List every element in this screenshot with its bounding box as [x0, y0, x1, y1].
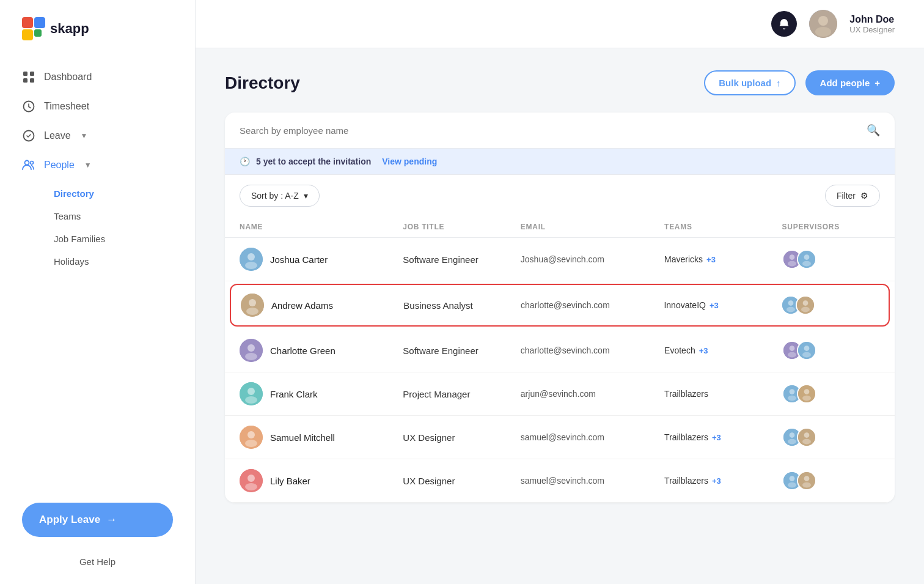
team-plus-badge: +3: [710, 301, 719, 310]
team-name: Trailblazers: [664, 476, 708, 486]
bulk-upload-button[interactable]: Bulk upload ↑: [704, 70, 795, 95]
filter-icon: ⚙: [860, 191, 868, 201]
table-row[interactable]: Andrew Adams Business Analyst charlotte@…: [230, 284, 890, 327]
team-plus-badge: +3: [699, 346, 708, 355]
employee-avatar: [240, 339, 263, 362]
svg-point-11: [31, 161, 34, 164]
employee-name: Frank Clark: [270, 389, 318, 399]
employee-name: Charlotte Green: [270, 346, 336, 356]
add-people-label: Add people: [820, 78, 870, 88]
clock-icon: [22, 100, 35, 113]
team-name: Evotech: [664, 346, 695, 355]
col-email: EMAIL: [521, 223, 664, 231]
svg-rect-6: [23, 78, 28, 83]
grid-icon: [22, 70, 35, 84]
user-role: UX Designer: [849, 25, 895, 34]
supervisors-cell: [782, 249, 880, 269]
svg-point-32: [801, 307, 810, 312]
sidebar-item-dashboard[interactable]: Dashboard: [0, 62, 195, 92]
svg-point-19: [789, 254, 794, 260]
sidebar-item-people[interactable]: People ▼: [0, 150, 195, 180]
email-cell: arjun@sevinch.com: [521, 389, 664, 399]
employee-name: Samuel Mitchell: [270, 432, 335, 443]
svg-point-65: [788, 482, 796, 488]
supervisors-cell: [781, 295, 879, 315]
job-title-cell: UX Designer: [403, 432, 520, 443]
supervisors-cell: [782, 384, 880, 404]
directory-table-card: 🔍 🕐 5 yet to accept the invitation View …: [225, 113, 895, 503]
svg-point-40: [804, 346, 809, 351]
filter-label: Filter: [837, 191, 856, 201]
user-info: John Doe UX Designer: [849, 14, 895, 34]
team-cell: Mavericks +3: [664, 254, 782, 264]
svg-point-49: [804, 389, 809, 394]
team-cell: Trailblazers +3: [664, 476, 782, 486]
supervisor-avatar: [796, 295, 815, 315]
email-cell: samuel@sevinch.com: [521, 432, 664, 442]
team-cell: InnovateIQ +3: [664, 300, 781, 310]
people-sub-nav: Directory Teams Job Families Holidays: [0, 180, 195, 275]
search-input[interactable]: [240, 125, 859, 136]
nav-menu: Dashboard Timesheet Leave ▼: [0, 55, 195, 488]
supervisors-cell: [782, 427, 880, 447]
svg-point-17: [245, 262, 257, 269]
svg-point-50: [802, 396, 811, 401]
svg-point-58: [804, 432, 809, 438]
sidebar-item-leave[interactable]: Leave ▼: [0, 121, 195, 150]
table-controls: Sort by : A-Z ▾ Filter ⚙: [225, 175, 895, 216]
sidebar-item-job-families[interactable]: Job Families: [44, 227, 195, 250]
job-title-cell: Business Analyst: [403, 300, 521, 311]
table-row[interactable]: Samuel Mitchell UX Designer samuel@sevin…: [225, 416, 895, 459]
team-cell: Trailblazers: [664, 389, 782, 399]
table-row[interactable]: Joshua Carter Software Engineer Joshua@s…: [225, 238, 895, 281]
svg-point-14: [815, 27, 831, 37]
col-job-title: JOB TITLE: [403, 223, 520, 231]
employee-name: Andrew Adams: [271, 300, 333, 311]
svg-point-20: [788, 261, 796, 267]
svg-point-16: [248, 253, 255, 261]
svg-point-52: [248, 431, 255, 438]
sidebar-item-holidays[interactable]: Holidays: [44, 250, 195, 273]
svg-point-68: [802, 482, 811, 488]
employee-name-cell: Lily Baker: [240, 469, 403, 492]
add-people-button[interactable]: Add people +: [805, 70, 895, 95]
team-plus-badge: +3: [712, 476, 721, 486]
table-row[interactable]: Lily Baker UX Designer samuel@sevinch.co…: [225, 459, 895, 503]
email-cell: charlotte@sevinch.com: [521, 346, 664, 355]
search-bar: 🔍: [225, 113, 895, 149]
sidebar-item-dashboard-label: Dashboard: [44, 72, 92, 83]
get-help-link[interactable]: Get Help: [0, 552, 195, 584]
sidebar-item-leave-label: Leave: [44, 130, 71, 141]
table-row[interactable]: Frank Clark Project Manager arjun@sevinc…: [225, 372, 895, 416]
supervisors-cell: [782, 471, 880, 490]
filter-button[interactable]: Filter ⚙: [825, 185, 880, 207]
view-pending-link[interactable]: View pending: [382, 157, 437, 166]
svg-rect-4: [23, 72, 28, 76]
table-row[interactable]: Charlotte Green Software Engineer charlo…: [225, 329, 895, 372]
job-title-cell: Software Engineer: [403, 254, 520, 265]
svg-point-31: [803, 300, 809, 306]
apply-leave-arrow-icon: →: [106, 514, 117, 526]
table-body: Joshua Carter Software Engineer Joshua@s…: [225, 238, 895, 503]
svg-point-13: [818, 16, 828, 26]
employee-avatar: [240, 426, 263, 449]
sort-dropdown[interactable]: Sort by : A-Z ▾: [240, 185, 320, 207]
bulk-upload-label: Bulk upload: [719, 78, 771, 88]
apply-leave-button[interactable]: Apply Leave →: [22, 503, 173, 537]
top-header: John Doe UX Designer: [196, 0, 924, 48]
supervisor-avatar: [797, 471, 816, 490]
invitation-count-text: 5 yet to accept the invitation: [256, 157, 371, 166]
sidebar-item-directory[interactable]: Directory: [44, 182, 195, 205]
notification-bell-button[interactable]: [771, 11, 797, 37]
sidebar-item-timesheet[interactable]: Timesheet: [0, 92, 195, 121]
sidebar: skapp Dashboard Timesheet: [0, 0, 196, 584]
employee-avatar: [240, 248, 263, 271]
svg-point-62: [245, 483, 257, 490]
svg-point-61: [248, 475, 255, 482]
employee-avatar: [241, 294, 264, 317]
email-cell: charlotte@sevinch.com: [521, 300, 664, 310]
main-area: John Doe UX Designer Directory Bulk uplo…: [196, 0, 924, 584]
sidebar-item-teams[interactable]: Teams: [44, 205, 195, 227]
email-cell: Joshua@sevinch.com: [521, 254, 664, 264]
employee-name-cell: Andrew Adams: [241, 294, 403, 317]
